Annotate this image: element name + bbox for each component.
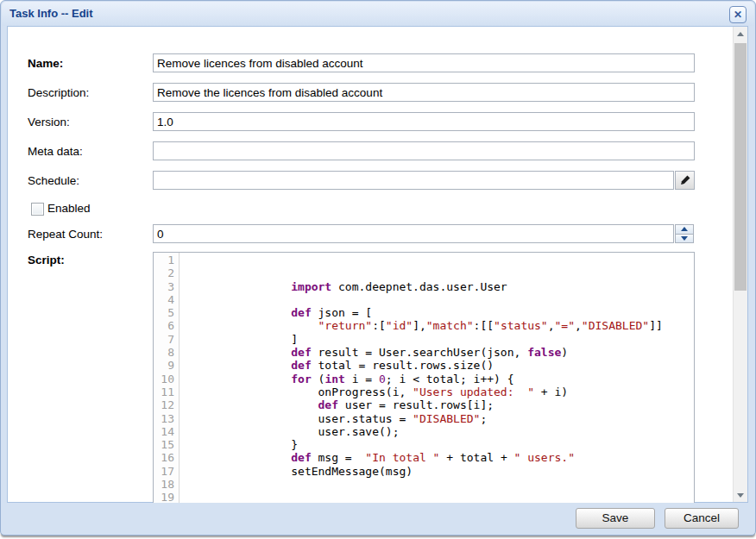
name-input[interactable] — [153, 53, 695, 72]
enabled-checkbox[interactable] — [31, 203, 44, 216]
meta-data-input[interactable] — [153, 141, 695, 160]
schedule-label: Schedule: — [28, 174, 79, 187]
repeat-count-spinner — [675, 224, 694, 243]
save-button[interactable]: Save — [576, 508, 655, 529]
description-input[interactable] — [153, 83, 695, 102]
script-editor[interactable]: 12345678910111213141516171819 import com… — [153, 252, 695, 504]
body-scrollbar[interactable] — [733, 27, 747, 502]
repeat-count-input[interactable] — [153, 224, 674, 243]
scroll-down-icon — [737, 493, 744, 498]
chevron-down-icon — [681, 236, 688, 241]
chevron-up-icon — [681, 227, 688, 231]
name-label: Name: — [28, 57, 63, 70]
scroll-up-button[interactable] — [734, 27, 747, 41]
scrollbar-thumb[interactable] — [734, 43, 747, 291]
description-label: Description: — [28, 86, 89, 99]
schedule-input[interactable] — [153, 171, 674, 190]
dialog-body: Name: Description: Version: Meta data: S… — [7, 26, 748, 503]
script-code[interactable]: import com.deepnet.das.user.User def jso… — [180, 253, 694, 504]
pencil-icon — [679, 174, 691, 186]
dialog-footer: Save Cancel — [2, 503, 754, 534]
script-label: Script: — [28, 254, 65, 266]
version-label: Version: — [28, 116, 70, 128]
task-info-edit-dialog: Task Info -- Edit ✕ Name: Description: V… — [0, 0, 756, 539]
scroll-up-icon — [737, 32, 744, 36]
dialog-title: Task Info -- Edit — [9, 7, 93, 20]
script-gutter: 12345678910111213141516171819 — [154, 253, 180, 504]
dialog-titlebar[interactable]: Task Info -- Edit ✕ — [2, 2, 754, 26]
close-icon: ✕ — [734, 9, 742, 21]
meta-data-label: Meta data: — [28, 145, 83, 158]
cancel-button[interactable]: Cancel — [665, 508, 739, 529]
scroll-down-button[interactable] — [734, 488, 747, 502]
schedule-edit-button[interactable] — [675, 171, 695, 190]
spinner-down-button[interactable] — [675, 234, 694, 244]
dialog-frame: Task Info -- Edit ✕ Name: Description: V… — [0, 0, 756, 536]
close-button[interactable]: ✕ — [729, 6, 747, 23]
enabled-label: Enabled — [47, 202, 91, 215]
repeat-count-label: Repeat Count: — [28, 228, 103, 241]
version-input[interactable] — [153, 112, 695, 131]
